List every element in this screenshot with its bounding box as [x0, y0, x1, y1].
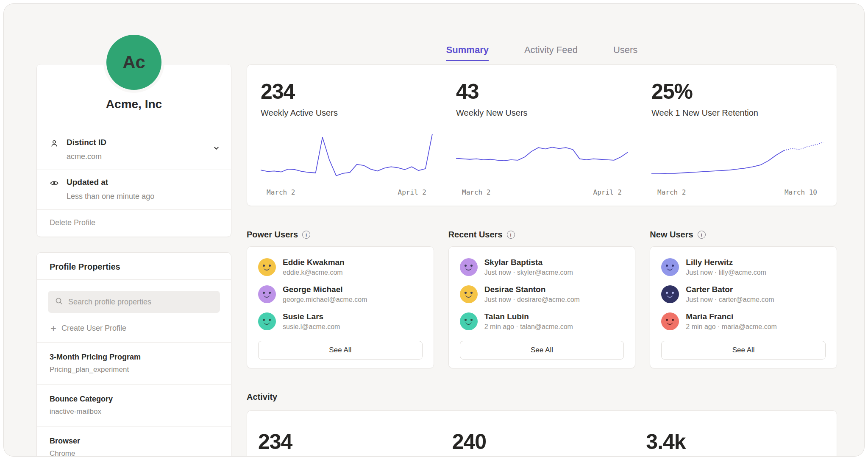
user-meta: 2 min ago · maria@acme.com — [686, 323, 777, 331]
user-row[interactable]: Eddie Kwakman eddie.k@acme.com — [258, 258, 423, 276]
user-row[interactable]: Susie Lars susie.l@acme.com — [258, 312, 423, 331]
recent-users-header: Recent Users — [448, 230, 636, 240]
see-all-button[interactable]: See All — [661, 341, 826, 360]
user-name: George Michael — [283, 285, 367, 294]
new-users-column: New Users Lilly Herwitz Just now · lilly… — [650, 230, 837, 368]
metric-value: 43 — [456, 79, 628, 104]
chevron-down-icon[interactable] — [213, 145, 220, 153]
activity-metrics-card: 234 240 3.4k — [247, 410, 837, 457]
weekly-new-users-sparkline — [456, 131, 628, 181]
user-meta: Just now · lilly@acme.com — [686, 269, 766, 276]
distinct-id-label: Distinct ID — [67, 138, 106, 147]
user-name: Maria Franci — [686, 312, 777, 321]
company-avatar-initials: Ac — [122, 52, 145, 72]
user-row[interactable]: Maria Franci 2 min ago · maria@acme.com — [661, 312, 826, 331]
distinct-id-value: acme.com — [67, 152, 106, 161]
metric-label: Weekly Active Users — [261, 108, 432, 118]
property-value: Pricing_plan_experiment — [50, 365, 218, 374]
search-icon — [55, 297, 63, 307]
user-avatar — [258, 258, 276, 276]
user-avatar — [460, 285, 478, 303]
property-name: Bounce Category — [50, 395, 218, 404]
profile-properties-search-block: + Create User Profile — [37, 279, 231, 342]
tab-activity-feed[interactable]: Activity Feed — [524, 45, 578, 61]
profile-properties-card: Profile Properties + Create User Profile… — [36, 252, 231, 457]
company-profile-page: Ac Acme, Inc Distinct ID acme.com — [3, 3, 865, 457]
property-row: Browser Chrome — [37, 426, 231, 457]
week1-retention-sparkline — [651, 131, 823, 181]
delete-profile-button[interactable]: Delete Profile — [37, 209, 231, 237]
user-row[interactable]: Desirae Stanton Just now · desirare@acme… — [460, 285, 624, 304]
user-row[interactable]: Talan Lubin 2 min ago · talan@acme.com — [460, 312, 624, 331]
list-title: Power Users — [247, 230, 298, 240]
user-avatar — [460, 312, 478, 330]
user-email: george.michael@acme.com — [283, 296, 367, 304]
updated-at-value: Less than one minute ago — [67, 192, 154, 201]
distinct-id-row: Distinct ID acme.com — [37, 130, 231, 170]
user-row[interactable]: Lilly Herwitz Just now · lilly@acme.com — [661, 258, 826, 276]
user-row[interactable]: Carter Bator Just now · carter@acme.com — [661, 285, 826, 304]
property-row: Bounce Category inactive-mailbox — [37, 384, 231, 426]
company-avatar: Ac — [106, 35, 161, 90]
user-name: Lilly Herwitz — [686, 258, 766, 267]
info-icon[interactable] — [507, 231, 515, 239]
x-axis-right-label: April 2 — [593, 188, 622, 196]
user-avatar — [258, 312, 276, 330]
activity-metric-value: 240 — [452, 429, 632, 457]
user-name: Talan Lubin — [484, 312, 573, 321]
create-user-profile-button[interactable]: + Create User Profile — [50, 324, 217, 333]
tab-users[interactable]: Users — [613, 45, 637, 61]
user-name: Eddie Kwakman — [283, 258, 345, 267]
activity-metric-value: 234 — [258, 429, 438, 457]
x-axis-labels: March 2 March 10 — [651, 188, 823, 196]
tab-bar: Summary Activity Feed Users — [247, 45, 837, 61]
search-box — [48, 291, 220, 313]
new-users-card: Lilly Herwitz Just now · lilly@acme.com … — [650, 246, 837, 368]
user-name: Carter Bator — [686, 285, 774, 294]
user-avatar — [258, 285, 276, 303]
property-row: 3-Month Pricing Program Pricing_plan_exp… — [37, 342, 231, 384]
user-avatar — [661, 285, 679, 303]
user-avatar — [661, 258, 679, 276]
property-value: inactive-mailbox — [50, 407, 218, 416]
user-row[interactable]: Skylar Baptista Just now · skyler@acme.c… — [460, 258, 624, 276]
eye-icon — [50, 178, 60, 201]
company-profile-card: Ac Acme, Inc Distinct ID acme.com — [36, 64, 231, 237]
metric-label: Weekly New Users — [456, 108, 628, 118]
main-content: Summary Activity Feed Users 234 Weekly A… — [247, 4, 837, 456]
power-users-column: Power Users Eddie Kwakman eddie.k@acme.c… — [247, 230, 434, 368]
power-users-card: Eddie Kwakman eddie.k@acme.com George Mi… — [247, 246, 434, 368]
tab-summary[interactable]: Summary — [446, 45, 489, 61]
see-all-button[interactable]: See All — [460, 341, 624, 360]
summary-metrics-card: 234 Weekly Active Users March 2 April 2 … — [247, 64, 837, 206]
user-email: susie.l@acme.com — [283, 323, 340, 331]
x-axis-left-label: March 2 — [657, 188, 686, 196]
person-icon — [50, 138, 60, 161]
user-meta: 2 min ago · talan@acme.com — [484, 323, 573, 331]
updated-at-label: Updated at — [67, 178, 154, 187]
info-icon[interactable] — [698, 231, 706, 239]
user-row[interactable]: George Michael george.michael@acme.com — [258, 285, 423, 304]
search-profile-properties-input[interactable] — [68, 298, 213, 307]
x-axis-right-label: April 2 — [398, 188, 426, 196]
updated-at-row: Updated at Less than one minute ago — [37, 170, 231, 209]
x-axis-right-label: March 10 — [785, 188, 817, 196]
user-email: eddie.k@acme.com — [283, 269, 345, 276]
metric-weekly-new-users: 43 Weekly New Users March 2 April 2 — [456, 79, 628, 196]
user-avatar — [460, 258, 478, 276]
user-meta: Just now · carter@acme.com — [686, 296, 774, 304]
user-name: Desirae Stanton — [484, 285, 580, 294]
user-name: Skylar Baptista — [484, 258, 573, 267]
metric-value: 25% — [651, 79, 823, 104]
recent-users-card: Skylar Baptista Just now · skyler@acme.c… — [448, 246, 636, 368]
user-meta: Just now · skyler@acme.com — [484, 269, 573, 276]
new-users-header: New Users — [650, 230, 837, 240]
x-axis-left-label: March 2 — [462, 188, 490, 196]
property-value: Chrome — [50, 449, 218, 457]
plus-icon: + — [50, 325, 56, 332]
metric-weekly-active-users: 234 Weekly Active Users March 2 April 2 — [261, 79, 432, 196]
see-all-button[interactable]: See All — [258, 341, 423, 360]
info-icon[interactable] — [302, 231, 310, 239]
user-meta: Just now · desirare@acme.com — [484, 296, 580, 304]
list-title: New Users — [650, 230, 693, 240]
